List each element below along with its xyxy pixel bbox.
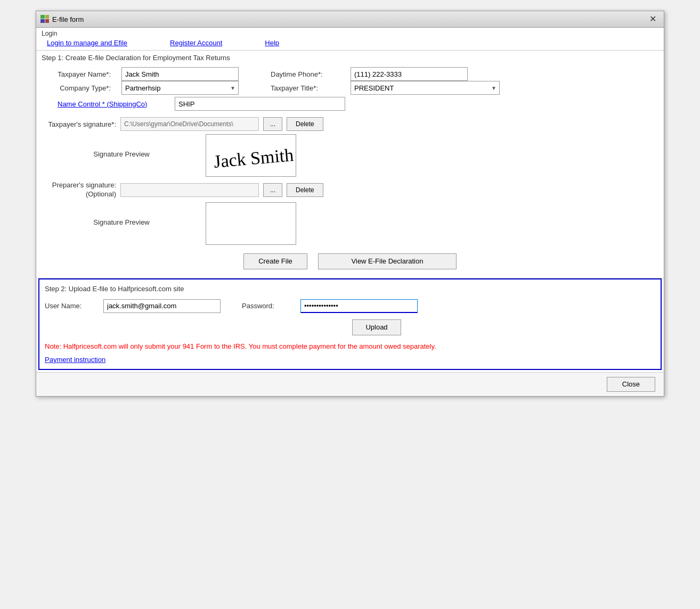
taxpayer-name-input[interactable] <box>121 67 239 81</box>
company-type-label: Company Type*: <box>42 84 111 92</box>
login-links: Login to manage and Efile Register Accou… <box>42 39 658 47</box>
upload-credentials-row: User Name: Password: <box>45 299 655 313</box>
taxpayer-sig-preview-label: Signature Preview <box>42 134 201 158</box>
preparer-sig-preview-label: Signature Preview <box>42 202 201 226</box>
preparer-sig-label: Preparer's signature: (Optional) <box>42 181 116 199</box>
name-control-link[interactable]: Name Control * (ShippingCo) <box>58 100 164 108</box>
preparer-sig-delete-button[interactable]: Delete <box>287 183 323 197</box>
phone-group: Daytime Phone*: <box>271 67 468 81</box>
register-account-link[interactable]: Register Account <box>170 39 222 47</box>
preparer-sig-browse-button[interactable]: ... <box>263 183 282 197</box>
taxpayer-sig-label: Taxpayer's signature*: <box>42 120 116 128</box>
efile-form-window: E-file form ✕ Login Login to manage and … <box>36 11 664 397</box>
password-input[interactable] <box>300 299 418 313</box>
title-bar: E-file form ✕ <box>36 11 664 28</box>
name-control-row: Name Control * (ShippingCo) <box>42 97 658 111</box>
taxpayer-sig-browse-button[interactable]: ... <box>263 117 282 131</box>
taxpayer-sig-row: Taxpayer's signature*: ... Delete <box>42 117 658 131</box>
taxpayer-name-label: Taxpayer Name*: <box>42 70 111 78</box>
preparer-sig-preview-box <box>206 202 296 245</box>
preparer-sig-row: Preparer's signature: (Optional) ... Del… <box>42 181 658 199</box>
upload-button[interactable]: Upload <box>352 319 401 335</box>
username-label: User Name: <box>45 302 93 310</box>
company-type-select[interactable]: Partnerhsip Sole Proprietor Corporation … <box>121 81 239 95</box>
svg-text:Jack Smith: Jack Smith <box>213 145 294 171</box>
help-link[interactable]: Help <box>265 39 279 47</box>
note-text: Note: Halfpricesoft.com will only submit… <box>45 342 655 351</box>
view-declaration-button[interactable]: View E-File Declaration <box>318 253 457 269</box>
username-input[interactable] <box>103 299 221 313</box>
step1-header: Step 1: Create E-file Declaration for Em… <box>42 54 658 62</box>
preparer-sig-preview-row: Signature Preview <box>42 202 658 245</box>
preparer-sig-path-input[interactable] <box>120 183 259 197</box>
taxpayer-title-select[interactable]: PRESIDENT VP CEO OWNER PARTNER <box>351 81 500 95</box>
login-section: Login Login to manage and Efile Register… <box>36 28 664 51</box>
daytime-phone-label: Daytime Phone*: <box>271 70 340 78</box>
payment-instruction-link[interactable]: Payment instruction <box>45 356 105 364</box>
action-buttons-row: Create File View E-File Declaration <box>42 253 658 269</box>
step1-section: Step 1: Create E-file Declaration for Em… <box>36 51 664 278</box>
window-title: E-file form <box>52 15 84 23</box>
password-label: Password: <box>242 302 290 310</box>
step2-section: Step 2: Upload E-file to Halfpricesoft.c… <box>38 278 662 370</box>
title-group: Taxpayer Title*: PRESIDENT VP CEO OWNER … <box>271 81 500 95</box>
company-title-row: Company Type*: Partnerhsip Sole Propriet… <box>42 81 658 95</box>
taxpayer-sig-svg: Jack Smith <box>208 137 294 174</box>
taxpayer-title-label: Taxpayer Title*: <box>271 84 340 92</box>
upload-button-row: Upload <box>45 319 655 335</box>
close-button[interactable]: Close <box>607 377 655 392</box>
taxpayer-sig-path-input[interactable] <box>120 117 259 131</box>
daytime-phone-input[interactable] <box>351 67 468 81</box>
create-file-button[interactable]: Create File <box>243 253 307 269</box>
taxpayer-sig-delete-button[interactable]: Delete <box>287 117 323 131</box>
login-manage-link[interactable]: Login to manage and Efile <box>47 39 127 47</box>
main-content: Login Login to manage and Efile Register… <box>36 28 664 396</box>
title-bar-left: E-file form <box>40 15 84 23</box>
taxpayer-title-wrapper: PRESIDENT VP CEO OWNER PARTNER <box>351 81 500 95</box>
taxpayer-sig-preview-row: Signature Preview Jack Smith <box>42 134 658 177</box>
taxpayer-sig-preview-box: Jack Smith <box>206 134 296 177</box>
company-type-wrapper: Partnerhsip Sole Proprietor Corporation … <box>121 81 239 95</box>
login-section-label: Login <box>42 30 658 37</box>
name-control-input[interactable] <box>175 97 345 111</box>
window-close-button[interactable]: ✕ <box>646 14 660 24</box>
app-icon <box>40 15 49 23</box>
bottom-bar: Close <box>36 372 664 396</box>
name-phone-row: Taxpayer Name*: Daytime Phone*: <box>42 67 658 81</box>
step2-header: Step 2: Upload E-file to Halfpricesoft.c… <box>45 285 655 293</box>
